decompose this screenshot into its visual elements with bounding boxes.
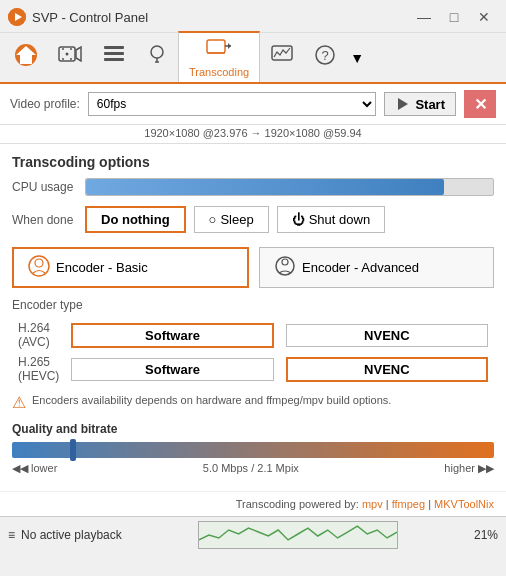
- when-done-buttons: Do nothing ○ Sleep ⏻ Shut down: [85, 206, 385, 233]
- toolbar-item-profiles[interactable]: [92, 33, 136, 82]
- encoder-advanced-label: Encoder - Advanced: [302, 260, 419, 275]
- svg-point-9: [70, 58, 72, 60]
- window-title: SVP - Control Panel: [32, 10, 148, 25]
- encoder-basic-tab[interactable]: Encoder - Basic: [12, 247, 249, 288]
- statusbar-label: No active playback: [21, 528, 122, 542]
- toolbar-more-button[interactable]: ▼: [346, 33, 368, 82]
- h264-software-button[interactable]: Software: [71, 323, 273, 348]
- close-button[interactable]: ✕: [470, 6, 498, 28]
- main-content: Transcoding options CPU usage When done …: [0, 144, 506, 491]
- mpv-link[interactable]: mpv: [362, 498, 383, 510]
- higher-label: higher ▶▶: [444, 462, 494, 475]
- tips-icon: [146, 44, 168, 71]
- maximize-button[interactable]: □: [440, 6, 468, 28]
- quality-thumb[interactable]: [70, 439, 76, 461]
- encoder-advanced-tab[interactable]: Encoder - Advanced: [259, 247, 494, 288]
- svg-marker-10: [76, 47, 81, 61]
- when-done-row: When done Do nothing ○ Sleep ⏻ Shut down: [12, 206, 494, 233]
- svg-point-28: [276, 257, 294, 275]
- app-icon: [8, 8, 26, 26]
- svg-rect-11: [104, 46, 124, 49]
- statusbar-left: ≡ No active playback: [8, 528, 122, 542]
- encoder-basic-icon: [28, 255, 50, 280]
- transcoding-icon: [206, 37, 232, 64]
- toolbar-item-home[interactable]: [4, 33, 48, 82]
- warning-row: ⚠ Encoders availability depends on hardw…: [12, 394, 494, 412]
- when-done-label: When done: [12, 213, 77, 227]
- titlebar: SVP - Control Panel — □ ✕: [0, 0, 506, 33]
- svg-point-27: [35, 259, 43, 267]
- shutdown-label: Shut down: [309, 212, 370, 227]
- svg-point-29: [282, 259, 288, 265]
- quality-slider[interactable]: [12, 442, 494, 458]
- mkvtoolnix-link[interactable]: MKVToolNix: [434, 498, 494, 510]
- encoder-type-table: H.264 (AVC) Software NVENC H.265 (HEVC) …: [12, 318, 494, 386]
- cpu-bar: [86, 179, 444, 195]
- video-icon: [58, 44, 82, 71]
- do-nothing-button[interactable]: Do nothing: [85, 206, 186, 233]
- toolbar-item-tips[interactable]: [136, 33, 178, 82]
- cancel-button[interactable]: ✕: [464, 90, 496, 118]
- toolbar-item-transcoding[interactable]: Transcoding: [178, 31, 260, 82]
- profile-subtitle: 1920×1080 @23.976 → 1920×1080 @59.94: [0, 125, 506, 144]
- toolbar: Transcoding ? ▼: [0, 33, 506, 84]
- warning-icon: ⚠: [12, 393, 26, 412]
- svg-rect-17: [207, 40, 225, 53]
- transcoding-powered-by: Transcoding powered by:: [236, 498, 359, 510]
- quality-value-label: 5.0 Mbps / 2.1 Mpix: [203, 462, 299, 475]
- toolbar-item-help[interactable]: ?: [304, 33, 346, 82]
- warning-text: Encoders availability depends on hardwar…: [32, 394, 391, 406]
- enc-cell-h265-soft: Software: [65, 352, 279, 386]
- transcoding-label: Transcoding: [189, 66, 249, 78]
- h265-nvenc-button[interactable]: NVENC: [286, 357, 488, 382]
- window-controls: — □ ✕: [410, 6, 498, 28]
- percent-label: 21%: [474, 528, 498, 542]
- svg-marker-20: [228, 43, 231, 49]
- svg-point-7: [70, 48, 72, 50]
- sleep-button[interactable]: ○ Sleep: [194, 206, 269, 233]
- svg-rect-13: [104, 58, 124, 61]
- encoder-tabs: Encoder - Basic Encoder - Advanced: [12, 247, 494, 288]
- profile-row: Video profile: 60fps Start ✕: [0, 84, 506, 125]
- ffmpeg-link[interactable]: ffmpeg: [392, 498, 425, 510]
- cpu-bar-container: [85, 178, 494, 196]
- start-icon: [395, 96, 411, 112]
- sleep-label: Sleep: [220, 212, 253, 227]
- toolbar-item-video[interactable]: [48, 33, 92, 82]
- svg-rect-21: [272, 46, 292, 60]
- help-icon: ?: [314, 44, 336, 71]
- bottom-info: Transcoding powered by: mpv | ffmpeg | M…: [0, 491, 506, 516]
- start-button[interactable]: Start: [384, 92, 456, 116]
- h264-nvenc-button[interactable]: NVENC: [286, 324, 488, 347]
- svg-point-6: [62, 48, 64, 50]
- start-label: Start: [415, 97, 445, 112]
- enc-cell-h264-soft: Software: [65, 318, 279, 352]
- shutdown-icon: ⏻: [292, 212, 305, 227]
- activity-chart: [198, 521, 398, 549]
- encoder-advanced-icon: [274, 255, 296, 280]
- svg-point-5: [66, 53, 69, 56]
- sleep-icon: ○: [209, 212, 217, 227]
- enc-cell-h265-nvenc: NVENC: [280, 352, 494, 386]
- svg-point-14: [151, 46, 163, 58]
- profiles-icon: [102, 44, 126, 71]
- svg-rect-12: [104, 52, 124, 55]
- video-profile-label: Video profile:: [10, 97, 80, 111]
- video-profile-select[interactable]: 60fps: [88, 92, 377, 116]
- toolbar-item-monitor[interactable]: [260, 33, 304, 82]
- no-playback-icon: ≡: [8, 528, 15, 542]
- shutdown-button[interactable]: ⏻ Shut down: [277, 206, 385, 233]
- table-row: H.264 (AVC) Software NVENC: [12, 318, 494, 352]
- statusbar: ≡ No active playback 21%: [0, 516, 506, 553]
- codec-h264: H.264 (AVC): [12, 318, 65, 352]
- quality-label: Quality and bitrate: [12, 422, 494, 436]
- codec-h265: H.265 (HEVC): [12, 352, 65, 386]
- cpu-usage-label: CPU usage: [12, 180, 77, 194]
- h265-software-button[interactable]: Software: [71, 358, 273, 381]
- monitor-icon: [270, 44, 294, 71]
- table-row: H.265 (HEVC) Software NVENC: [12, 352, 494, 386]
- quality-axis: ◀◀ lower 5.0 Mbps / 2.1 Mpix higher ▶▶: [12, 462, 494, 475]
- home-icon: [14, 43, 38, 72]
- minimize-button[interactable]: —: [410, 6, 438, 28]
- enc-cell-h264-nvenc: NVENC: [280, 318, 494, 352]
